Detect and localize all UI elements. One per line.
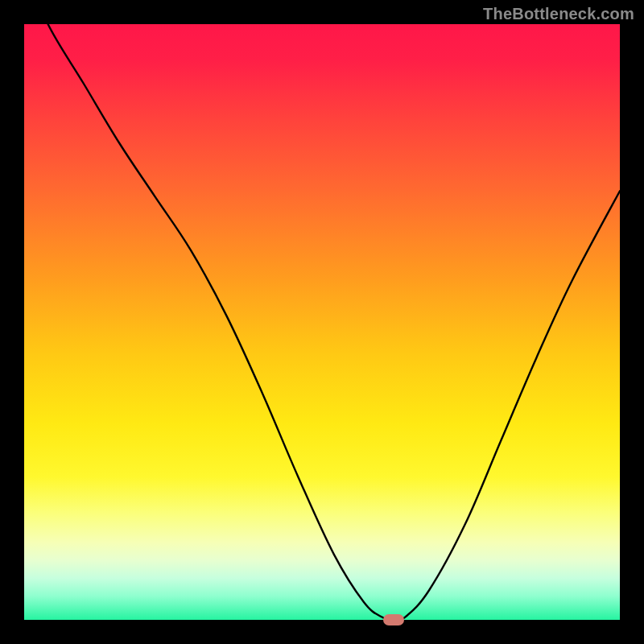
watermark-text: TheBottleneck.com <box>483 5 634 23</box>
chart-frame: TheBottleneck.com <box>0 0 644 644</box>
chart-plot-area <box>24 24 620 620</box>
optimal-point-marker <box>383 614 404 626</box>
bottleneck-curve <box>24 24 620 620</box>
